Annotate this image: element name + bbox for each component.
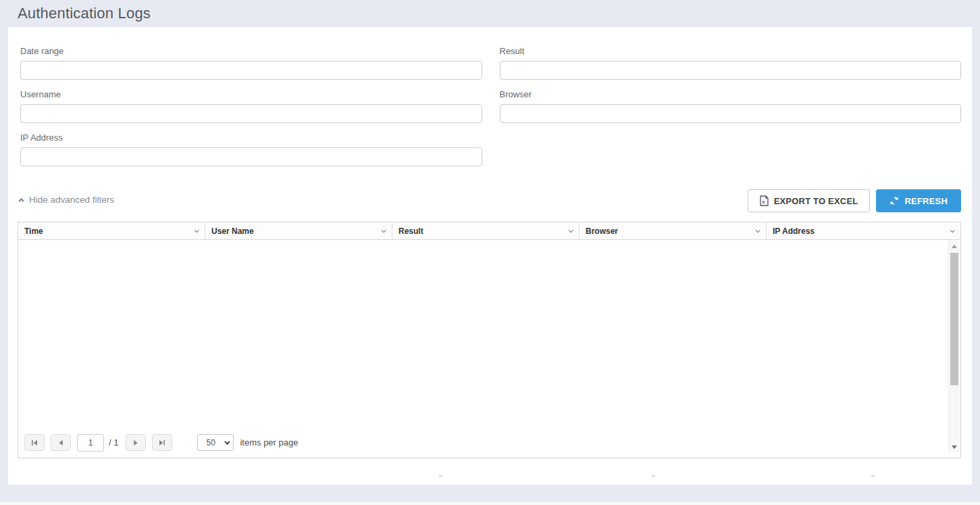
browser-label: Browser — [500, 89, 962, 99]
ip-address-field: IP Address — [20, 130, 482, 166]
faint-marker — [652, 475, 655, 477]
first-page-icon — [30, 439, 38, 447]
export-to-excel-button[interactable]: x EXPORT TO EXCEL — [748, 189, 871, 212]
excel-file-icon: x — [760, 195, 769, 206]
date-range-field: Date range — [20, 43, 482, 80]
refresh-icon — [889, 196, 899, 206]
chevron-down-icon — [225, 439, 230, 444]
scroll-down-icon — [952, 446, 957, 449]
grid-header-row: Time User Name Result Browser IP Address — [18, 222, 960, 240]
chevron-up-icon — [18, 198, 24, 203]
actions-row: Hide advanced filters x EXPORT TO EXCEL — [18, 189, 961, 212]
authentication-logs-page: { "page": { "title": "Authentication Log… — [0, 0, 980, 505]
items-per-page-label: items per page — [240, 437, 298, 448]
hide-advanced-filters-link[interactable]: Hide advanced filters — [20, 195, 114, 205]
previous-page-button[interactable] — [51, 434, 71, 451]
last-page-button[interactable] — [152, 434, 172, 451]
column-header-label: User Name — [211, 226, 254, 236]
ip-address-label: IP Address — [20, 133, 482, 143]
column-header-label: IP Address — [773, 226, 815, 236]
username-input[interactable] — [20, 104, 482, 123]
result-label: Result — [500, 46, 962, 56]
grid-pager: / 1 50 items per page — [18, 427, 940, 458]
page-header: Authentication Logs — [0, 0, 980, 27]
scroll-up-button[interactable] — [949, 241, 960, 251]
column-header-label: Browser — [586, 226, 618, 236]
vertical-scrollbar[interactable] — [948, 241, 960, 452]
grid-body-empty — [18, 241, 948, 427]
items-per-page-value: 50 — [206, 438, 215, 448]
next-page-icon — [132, 439, 140, 447]
first-page-button[interactable] — [24, 434, 45, 451]
chevron-down-icon[interactable] — [382, 228, 386, 233]
page-title: Authentication Logs — [18, 5, 151, 22]
page-total-label: / 1 — [109, 437, 118, 448]
last-page-icon — [158, 439, 166, 447]
svg-text:x: x — [762, 199, 765, 205]
chevron-down-icon[interactable] — [756, 228, 760, 233]
bottom-edge-strip — [0, 502, 980, 505]
filters-form: Date range Result Username Browser IP Ad… — [18, 43, 961, 173]
column-header-time[interactable]: Time — [18, 222, 205, 239]
column-header-label: Result — [398, 226, 423, 236]
scroll-down-button[interactable] — [949, 441, 960, 452]
date-range-input[interactable] — [20, 61, 482, 80]
result-input[interactable] — [500, 61, 962, 80]
column-header-user-name[interactable]: User Name — [205, 222, 392, 239]
column-header-result[interactable]: Result — [392, 222, 579, 239]
hide-advanced-filters-label: Hide advanced filters — [29, 195, 114, 205]
result-field: Result — [500, 43, 962, 80]
username-field: Username — [20, 87, 482, 123]
chevron-down-icon[interactable] — [569, 228, 573, 233]
column-header-browser[interactable]: Browser — [579, 222, 767, 239]
next-page-button[interactable] — [126, 434, 146, 451]
browser-field: Browser — [500, 87, 962, 123]
previous-page-icon — [57, 439, 65, 447]
username-label: Username — [20, 89, 482, 99]
refresh-label: REFRESH — [904, 196, 948, 206]
auth-logs-grid: Time User Name Result Browser IP Address — [18, 222, 961, 458]
export-to-excel-label: EXPORT TO EXCEL — [774, 196, 858, 206]
content-card: Date range Result Username Browser IP Ad… — [8, 27, 972, 485]
refresh-button[interactable]: REFRESH — [876, 189, 961, 212]
faint-marker — [439, 475, 442, 477]
scroll-up-icon — [952, 245, 957, 248]
column-header-ip-address[interactable]: IP Address — [767, 222, 960, 239]
chevron-down-icon[interactable] — [195, 228, 199, 233]
items-per-page-select[interactable]: 50 — [197, 434, 234, 451]
scrollbar-track[interactable] — [949, 251, 960, 441]
scrollbar-thumb[interactable] — [950, 253, 958, 385]
faint-marker — [871, 475, 875, 477]
browser-input[interactable] — [500, 104, 962, 123]
chevron-down-icon[interactable] — [950, 228, 955, 233]
date-range-label: Date range — [20, 46, 482, 56]
toolbar-buttons: x EXPORT TO EXCEL REFRESH — [748, 189, 961, 212]
page-number-input[interactable] — [77, 434, 104, 452]
ip-address-input[interactable] — [20, 147, 482, 166]
column-header-label: Time — [24, 226, 43, 236]
